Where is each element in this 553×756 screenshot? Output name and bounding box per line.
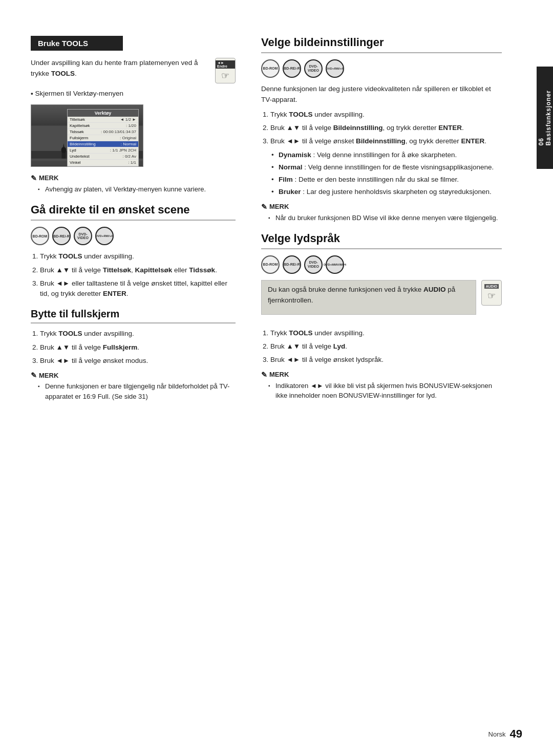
bilde-bullet-dynamisk: Dynamisk : Velg denne innstillingen for … xyxy=(270,150,502,160)
menu-row-lyd: Lyd: 1/1 JPN 2CH xyxy=(68,147,138,154)
disc-bd-rom-1: BD-ROM xyxy=(31,227,49,245)
menu-row-fullskjerm: Fullskjerm: Original xyxy=(68,135,138,141)
bytte-fullskjerm-title: Bytte til fullskjerm xyxy=(31,308,236,323)
bilde-bullet-normal: Normal : Velg denne innstillingen for de… xyxy=(270,162,502,172)
velge-bilde-step-2: Bruk ▲▼ til å velge Bildeinnstilling, og… xyxy=(270,123,502,133)
bytte-fullskjerm-steps: Trykk TOOLS under avspilling. Bruk ▲▼ ti… xyxy=(31,329,236,366)
velge-lyd-step-3: Bruk ◄► til å velge ønsket lydspråk. xyxy=(270,355,502,365)
bruke-tools-merk: MERK Avhengig av platen, vil Verktøy-men… xyxy=(31,174,236,195)
audio-box: Du kan også bruke denne funksjonen ved å… xyxy=(261,280,476,315)
tools-screenshot-wrapper: Verktøy Tittelsøk◄ 1/2 ► Kapittelsøk: 1/… xyxy=(31,104,236,167)
velge-bilde-disc-icons: BD-ROM BD-RE/-R DVD-VIDEO DVD+RW/+R xyxy=(261,59,502,78)
right-column: Velge bildeinnstillinger BD-ROM BD-RE/-R… xyxy=(251,20,527,736)
bilde-bullet-bruker: Bruker : Lar deg justere henholdsvis ska… xyxy=(270,187,502,197)
velge-lyd-step-1: Trykk TOOLS under avspilling. xyxy=(270,328,502,338)
audio-remote-icon: AUDIO ☞ xyxy=(481,280,502,306)
bytte-fullskjerm-section: Bytte til fullskjerm Trykk TOOLS under a… xyxy=(31,308,236,401)
merk-item-4: Indikatoren ◄► vil ikke bli vist på skje… xyxy=(268,381,502,401)
bilde-bullet-film: Film : Dette er den beste innstillingen … xyxy=(270,175,502,185)
page-number: 49 xyxy=(510,727,522,741)
tools-remote-icon: ◄► Endre ☞ xyxy=(215,58,236,83)
velge-lyd-section: Velge lydspråk BD-ROM BD-RE/-R DVD-VIDEO… xyxy=(261,232,502,401)
disc-bd-re-2: BD-RE/-R xyxy=(283,59,301,78)
ga-direkte-section: Gå direkte til en ønsket scene BD-ROM BD… xyxy=(31,203,236,299)
merk-title-3: MERK xyxy=(261,203,502,211)
menu-row-vinkel: Vinkel: 1/1 xyxy=(68,160,138,166)
velge-bilde-section: Velge bildeinnstillinger BD-ROM BD-RE/-R… xyxy=(261,36,502,223)
ga-direkte-disc-icons: BD-ROM BD-RE/-R DVD-VIDEO DVD+RW/+R xyxy=(31,227,236,245)
velge-bilde-intro: Denne funksjonen lar deg justere videokv… xyxy=(261,84,502,105)
merk-item-3: Når du bruker funksjonen BD Wise vil ikk… xyxy=(268,213,502,223)
ga-direkte-step-3: Bruk ◄► eller talltastene til å velge øn… xyxy=(40,278,236,299)
velge-bilde-step-3: Bruk ◄► til å velge ønsket Bildeinnstill… xyxy=(270,136,502,197)
disc-bd-re-1: BD-RE/-R xyxy=(52,227,71,245)
bytte-fullskjerm-step-3: Bruk ◄► til å velge ønsket modus. xyxy=(40,356,236,366)
merk-title-4: MERK xyxy=(261,371,502,379)
page-container: Bruke TOOLS Under avspilling kan du hent… xyxy=(0,0,553,756)
merk-inner-1: Avhengig av platen, vil Verktøy-menyen k… xyxy=(31,184,236,195)
bruke-tools-section: Bruke TOOLS Under avspilling kan du hent… xyxy=(31,36,236,194)
disc-dvd-video-2: DVD-VIDEO xyxy=(304,59,323,78)
merk-item-1: Avhengig av platen, vil Verktøy-menyen k… xyxy=(38,184,236,195)
bytte-fullskjerm-step-2: Bruk ▲▼ til å velge Fullskjerm. xyxy=(40,342,236,353)
audio-box-text: Du kan også bruke denne funksjonen ved å… xyxy=(268,285,470,306)
page-lang: Norsk xyxy=(488,730,506,738)
bruke-tools-title: Bruke TOOLS xyxy=(31,36,123,51)
bruke-tools-intro: Under avspilling kan du hente fram plate… xyxy=(31,58,209,79)
menu-row-undertekst: Undertekst: 0/2 Av xyxy=(68,154,138,160)
menu-row-kapittelsok: Kapittelsøk: 1/20 xyxy=(68,123,138,129)
hand-icon: ☞ xyxy=(221,70,229,81)
menu-row-bonusview-video: BONUSVIEW-video: Av xyxy=(68,166,138,167)
tools-bg-image: Verktøy Tittelsøk◄ 1/2 ► Kapittelsøk: 1/… xyxy=(31,105,143,166)
velge-bilde-steps: Trykk TOOLS under avspilling. Bruk ▲▼ ti… xyxy=(261,110,502,198)
velge-lyd-disc-icons: BD-ROM BD-RE/-R DVD-VIDEO DVD+MMV/MP4 xyxy=(261,255,502,274)
bytte-fullskjerm-step-1: Trykk TOOLS under avspilling. xyxy=(40,329,236,339)
disc-dvd-video-3: DVD-VIDEO xyxy=(304,255,323,274)
disc-dvd-rw-2: DVD+RW/+R xyxy=(326,59,344,78)
ga-direkte-steps: Trykk TOOLS under avspilling. Bruk ▲▼ ti… xyxy=(31,251,236,299)
audio-label: AUDIO xyxy=(484,284,499,289)
ga-direkte-step-2: Bruk ▲▼ til å velge Tittelsøk, Kapittels… xyxy=(40,265,236,275)
audio-hand-icon: ☞ xyxy=(487,290,496,301)
merk-title-1: MERK xyxy=(31,174,236,182)
merk-inner-2: Denne funksjonen er bare tilgjengelig nå… xyxy=(31,381,236,401)
ga-direkte-step-1: Trykk TOOLS under avspilling. xyxy=(40,251,236,262)
merk-item-2: Denne funksjonen er bare tilgjengelig nå… xyxy=(38,381,236,401)
merk-title-2: MERK xyxy=(31,371,236,379)
tools-screenshot: Verktøy Tittelsøk◄ 1/2 ► Kapittelsøk: 1/… xyxy=(31,104,143,167)
section-tab-label: 06 Basisfunksjoner xyxy=(538,90,552,145)
disc-bd-rom-2: BD-ROM xyxy=(261,59,280,78)
velge-lyd-merk: MERK Indikatoren ◄► vil ikke bli vist på… xyxy=(261,371,502,401)
menu-row-tittelsok: Tittelsøk◄ 1/2 ► xyxy=(68,117,138,123)
velge-lyd-title: Velge lydspråk xyxy=(261,232,502,249)
velge-bilde-merk: MERK Når du bruker funksjonen BD Wise vi… xyxy=(261,203,502,223)
disc-dvd-rw-1: DVD+RW/+R xyxy=(95,227,114,245)
ga-direkte-title: Gå direkte til en ønsket scene xyxy=(31,203,236,221)
tools-menu-overlay: Verktøy Tittelsøk◄ 1/2 ► Kapittelsøk: 1/… xyxy=(67,109,139,167)
page-footer: Norsk 49 xyxy=(488,727,522,741)
screen-label: • Skjermen til Verktøy-menyen xyxy=(31,89,236,99)
disc-bd-rom-3: BD-ROM xyxy=(261,255,280,274)
velge-lyd-steps: Trykk TOOLS under avspilling. Bruk ▲▼ ti… xyxy=(261,328,502,365)
section-tab: 06 Basisfunksjoner xyxy=(537,67,553,169)
disc-dvd-mmv-3: DVD+MMV/MP4 xyxy=(326,255,344,274)
velge-bilde-bullets: Dynamisk : Velg denne innstillingen for … xyxy=(270,150,502,198)
tools-menu-title: Verktøy xyxy=(68,110,138,117)
left-column: Bruke TOOLS Under avspilling kan du hent… xyxy=(0,20,251,736)
merk-inner-3: Når du bruker funksjonen BD Wise vil ikk… xyxy=(261,213,502,223)
menu-row-bildeinnstilling: Bildeinnstilling: Normal xyxy=(68,141,138,147)
disc-dvd-video-1: DVD-VIDEO xyxy=(74,227,92,245)
velge-bilde-title: Velge bildeinnstillinger xyxy=(261,36,502,53)
tools-label: ◄► Endre xyxy=(216,60,235,69)
bytte-fullskjerm-merk: MERK Denne funksjonen er bare tilgjengel… xyxy=(31,371,236,401)
velge-bilde-step-1: Trykk TOOLS under avspilling. xyxy=(270,110,502,120)
merk-inner-4: Indikatoren ◄► vil ikke bli vist på skje… xyxy=(261,381,502,401)
menu-row-tidssok: Tidssøk: 00:00:13/01:34:37 xyxy=(68,129,138,135)
velge-lyd-step-2: Bruk ▲▼ til å velge Lyd. xyxy=(270,341,502,352)
disc-bd-re-3: BD-RE/-R xyxy=(283,255,301,274)
